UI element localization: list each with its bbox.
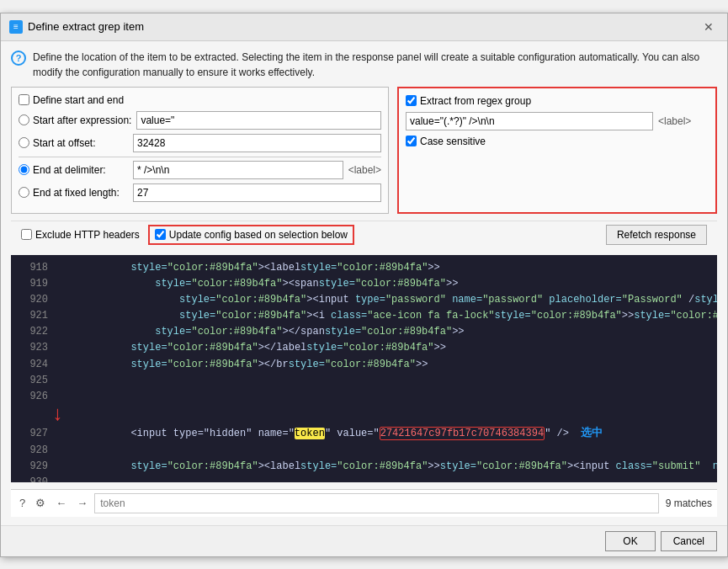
line-content: style="color:#89b4fa"><spanstyle="color:… [58, 276, 458, 292]
back-arrow-button[interactable]: ← [52, 495, 70, 511]
regex-input[interactable] [406, 112, 653, 130]
end-fixed-radio[interactable] [19, 187, 29, 198]
search-input[interactable] [94, 493, 658, 513]
main-dialog: ≡ Define extract grep item ✕ ? Define th… [0, 13, 728, 557]
line-number: 928 [18, 443, 48, 459]
line-content: style="color:#89b4fa"><labelstyle="color… [58, 459, 717, 475]
define-start-end-checkbox[interactable] [19, 94, 29, 105]
start-after-radio-label[interactable]: Start after expression: [19, 114, 131, 126]
bottom-controls: Exclude HTTP headers Update config based… [11, 221, 717, 248]
forward-arrow-button[interactable]: → [73, 495, 91, 511]
info-icon: ? [11, 51, 26, 66]
search-bar: ? ⚙ ← → 9 matches [11, 489, 717, 517]
selected-annotation: 选中 [581, 427, 603, 439]
regex-row: <label> [406, 112, 709, 130]
matches-count: 9 matches [666, 497, 712, 509]
start-offset-radio-label[interactable]: Start at offset: [19, 137, 128, 149]
end-delimiter-radio[interactable] [19, 164, 29, 175]
end-fixed-input[interactable] [133, 183, 381, 202]
dialog-icon: ≡ [9, 20, 23, 34]
right-panel: Extract from regex group <label> Case se… [397, 87, 717, 214]
line-number: 922 [18, 324, 48, 340]
line-number: 927 [18, 426, 48, 442]
code-line: 921 style="color:#89b4fa"><i class="ace-… [11, 308, 717, 324]
line-content: style="color:#89b4fa"><i class="ace-icon… [58, 308, 717, 324]
info-row: ? Define the location of the item to be … [11, 50, 717, 80]
settings-icon-button[interactable]: ⚙ [32, 495, 49, 511]
case-sensitive-label[interactable]: Case sensitive [406, 136, 709, 147]
update-config-label[interactable]: Update config based on selection below [155, 229, 348, 241]
line-content: <input type="hidden" name="token" value=… [58, 425, 603, 443]
code-line: 929 style="color:#89b4fa"><labelstyle="c… [11, 459, 717, 475]
line-number: 919 [18, 276, 48, 292]
line-number: 920 [18, 292, 48, 308]
value-highlight: 27421647c97fb17c70746384394 [380, 427, 545, 440]
exclude-headers-checkbox[interactable] [21, 229, 32, 240]
end-delimiter-input[interactable] [133, 161, 343, 179]
line-number: 930 [18, 475, 48, 481]
left-panel: Define start and end Start after express… [11, 87, 389, 214]
start-offset-radio[interactable] [19, 137, 29, 148]
start-after-row: Start after expression: [19, 111, 381, 130]
title-bar: ≡ Define extract grep item ✕ [1, 13, 727, 41]
code-line: 919 style="color:#89b4fa"><spanstyle="co… [11, 276, 717, 292]
update-config-checkbox[interactable] [155, 229, 166, 240]
end-fixed-row: End at fixed length: [19, 183, 381, 202]
regex-tag: <label> [658, 115, 709, 127]
code-line: 928 [11, 443, 717, 459]
line-content: style="color:#89b4fa"></brstyle="color:#… [58, 357, 428, 373]
end-delimiter-tag: <label> [348, 164, 381, 176]
panels-row: Define start and end Start after express… [11, 87, 717, 214]
start-after-input[interactable] [136, 111, 381, 130]
case-sensitive-checkbox[interactable] [406, 136, 417, 146]
info-text: Define the location of the item to be ex… [33, 50, 717, 80]
start-offset-input[interactable] [133, 134, 381, 152]
right-panel-title: Extract from regex group [406, 95, 709, 107]
line-number: 918 [18, 260, 48, 276]
title-bar-left: ≡ Define extract grep item [9, 20, 144, 34]
end-fixed-radio-label[interactable]: End at fixed length: [19, 187, 128, 199]
down-arrow-annotation: ↓ [11, 405, 717, 425]
start-offset-row: Start at offset: [19, 134, 381, 152]
refetch-button[interactable]: Refetch response [606, 225, 707, 245]
line-content: style="color:#89b4fa"></labelstyle="colo… [58, 340, 446, 356]
line-number: 925 [18, 373, 48, 389]
line-content: style="color:#89b4fa"></spanstyle="color… [58, 324, 465, 340]
line-content: style="color:#89b4fa"><labelstyle="color… [58, 260, 440, 276]
code-line: 924 style="color:#89b4fa"></brstyle="col… [11, 357, 717, 373]
update-config-box: Update config based on selection below [148, 225, 354, 245]
ok-button[interactable]: OK [605, 531, 655, 551]
line-number: 921 [18, 308, 48, 324]
dialog-body: ? Define the location of the item to be … [1, 41, 727, 525]
code-area: 918 style="color:#89b4fa"><labelstyle="c… [11, 255, 717, 482]
line-content: style="color:#89b4fa"><input type="passw… [58, 292, 717, 308]
code-line: 923 style="color:#89b4fa"></labelstyle="… [11, 340, 717, 356]
end-delimiter-radio-label[interactable]: End at delimiter: [19, 164, 128, 176]
cancel-button[interactable]: Cancel [661, 531, 717, 551]
line-number: 923 [18, 340, 48, 356]
code-line: 922 style="color:#89b4fa"></spanstyle="c… [11, 324, 717, 340]
code-line: 920 style="color:#89b4fa"><input type="p… [11, 292, 717, 308]
code-line: 918 style="color:#89b4fa"><labelstyle="c… [11, 260, 717, 276]
code-line: 925 [11, 373, 717, 389]
left-panel-title: Define start and end [19, 94, 381, 106]
code-line: 926 [11, 389, 717, 405]
help-icon-button[interactable]: ? [16, 495, 29, 511]
line-number: 926 [18, 389, 48, 405]
line-number: 924 [18, 357, 48, 373]
token-highlight: token [295, 428, 325, 439]
footer-bar: OK Cancel [1, 525, 727, 556]
start-after-radio[interactable] [19, 114, 29, 125]
end-delimiter-row: End at delimiter: <label> [19, 161, 381, 179]
line-number: 929 [18, 459, 48, 475]
code-line: 930 [11, 475, 717, 481]
code-line: 927 <input type="hidden" name="token" va… [11, 425, 717, 443]
exclude-headers-label[interactable]: Exclude HTTP headers [21, 229, 140, 241]
extract-regex-checkbox[interactable] [406, 95, 417, 106]
close-button[interactable]: ✕ [699, 19, 719, 35]
dialog-title: Define extract grep item [28, 20, 144, 33]
